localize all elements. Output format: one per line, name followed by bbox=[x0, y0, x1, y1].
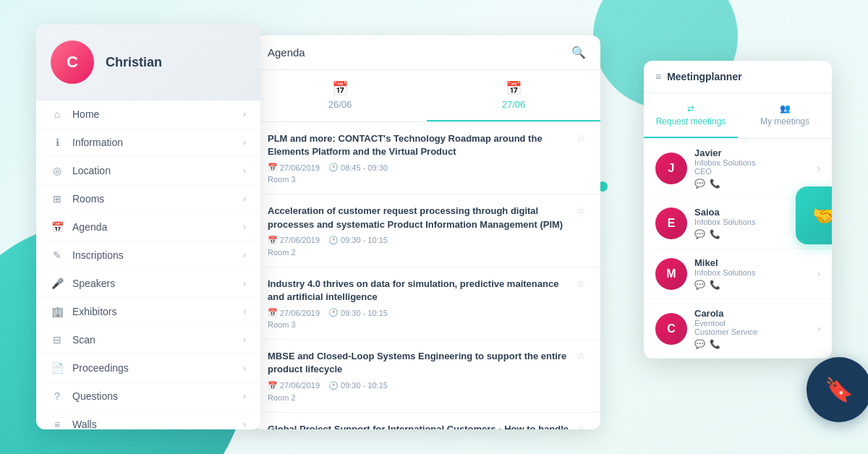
person-role: Customer Service bbox=[694, 327, 757, 336]
star-icon[interactable]: ☆ bbox=[576, 350, 586, 361]
speakers-label: Speakers bbox=[72, 278, 115, 289]
phone-icon: 📞 bbox=[710, 339, 720, 349]
chevron-right-icon: › bbox=[243, 194, 246, 204]
sidebar-item-information[interactable]: ℹ Information › bbox=[36, 129, 260, 157]
agenda-time: 🕐 09:30 - 10:15 bbox=[328, 308, 388, 317]
calendar-small-icon: 📅 bbox=[268, 308, 278, 317]
inscriptions-label: Inscriptions bbox=[72, 249, 124, 261]
agenda-tab-26/06[interactable]: 📅 26/06 bbox=[253, 70, 427, 121]
agenda-icon: 📅 bbox=[51, 221, 64, 233]
person-company: Infobox Solutions bbox=[694, 218, 755, 226]
person-info: Carola Eventool Customer Service 💬 📞 bbox=[694, 308, 757, 349]
agenda-time: 🕐 09:30 - 10:15 bbox=[328, 236, 388, 245]
tab-label: 27/06 bbox=[502, 99, 526, 110]
calendar-small-icon: 📅 bbox=[268, 163, 278, 172]
clock-icon: 🕐 bbox=[328, 163, 339, 172]
walls-icon: ≡ bbox=[51, 419, 64, 429]
meeting-title: Meetingplanner bbox=[667, 71, 741, 82]
agenda-date: 📅 27/06/2019 bbox=[268, 163, 320, 172]
phone-icon: 📞 bbox=[710, 280, 720, 290]
clock-icon: 🕐 bbox=[328, 308, 339, 317]
meeting-tab-label: My meetings bbox=[760, 116, 809, 127]
main-wrapper: C Christian ⌂ Home › ℹ Information › ◎ L… bbox=[36, 25, 832, 429]
chevron-right-icon: › bbox=[243, 109, 246, 119]
meeting-header: ≡ Meetingplanner bbox=[644, 61, 832, 93]
agenda-tab-27/06[interactable]: 📅 27/06 bbox=[427, 70, 600, 121]
agenda-item[interactable]: PLM and more: CONTACT's Technology Roadm… bbox=[253, 122, 600, 194]
agenda-date: 📅 27/06/2019 bbox=[268, 381, 320, 390]
person-avatar: M bbox=[655, 258, 687, 290]
exhibitors-icon: 🏢 bbox=[51, 306, 64, 317]
agenda-item-title: Industry 4.0 thrives on data for simulat… bbox=[268, 278, 571, 304]
chevron-right-icon: › bbox=[243, 222, 246, 232]
person-name: Saioa bbox=[694, 207, 755, 218]
sidebar-header: C Christian bbox=[36, 25, 260, 100]
chevron-right-icon: › bbox=[243, 166, 246, 176]
calendar-icon: 📅 bbox=[332, 80, 348, 96]
scan-label: Scan bbox=[72, 334, 95, 346]
chevron-right-icon: › bbox=[243, 363, 246, 373]
person-avatar: J bbox=[655, 153, 687, 184]
sidebar-item-agenda[interactable]: 📅 Agenda › bbox=[36, 213, 260, 241]
meeting-planner-panel: ≡ Meetingplanner ⇄ Request meetings 👥 My… bbox=[644, 61, 832, 359]
information-icon: ℹ bbox=[51, 137, 64, 148]
inscriptions-icon: ✎ bbox=[51, 249, 64, 261]
sidebar: C Christian ⌂ Home › ℹ Information › ◎ L… bbox=[36, 25, 260, 429]
agenda-tab-bar: 📅 26/06 📅 27/06 bbox=[253, 70, 600, 122]
star-icon[interactable]: ☆ bbox=[576, 278, 586, 289]
sidebar-item-speakers[interactable]: 🎤 Speakers › bbox=[36, 270, 260, 298]
sidebar-item-proceedings[interactable]: 📄 Proceedings › bbox=[36, 354, 260, 382]
chevron-right-icon: › bbox=[243, 391, 246, 401]
agenda-item-title: Acceleration of customer request process… bbox=[268, 205, 571, 231]
sidebar-item-rooms[interactable]: ⊞ Rooms › bbox=[36, 185, 260, 213]
person-info: Saioa Infobox Solutions 💬 📞 bbox=[694, 207, 755, 239]
sidebar-item-scan[interactable]: ⊟ Scan › bbox=[36, 326, 260, 354]
information-label: Information bbox=[72, 137, 123, 148]
clock-icon: 🕐 bbox=[328, 381, 339, 390]
phone-icon: 📞 bbox=[710, 179, 720, 189]
clock-icon: 🕐 bbox=[328, 236, 339, 245]
sidebar-item-inscriptions[interactable]: ✎ Inscriptions › bbox=[36, 241, 260, 270]
person-name: Javier bbox=[694, 147, 755, 158]
person-name: Mikel bbox=[694, 257, 755, 268]
meeting-tab-request-meetings[interactable]: ⇄ Request meetings bbox=[644, 93, 738, 138]
location-label: Location bbox=[72, 165, 111, 176]
tab-label: 26/06 bbox=[328, 99, 352, 110]
star-icon[interactable]: ☆ bbox=[576, 423, 586, 430]
sidebar-item-exhibitors[interactable]: 🏢 Exhibitors › bbox=[36, 298, 260, 326]
person-company: Infobox Solutions bbox=[694, 268, 755, 277]
agenda-date: 📅 27/06/2019 bbox=[268, 308, 320, 317]
agenda-item[interactable]: Acceleration of customer request process… bbox=[253, 194, 600, 267]
agenda-item[interactable]: Industry 4.0 thrives on data for simulat… bbox=[253, 267, 600, 340]
star-icon[interactable]: ☆ bbox=[576, 205, 586, 216]
sidebar-item-home[interactable]: ⌂ Home › bbox=[36, 100, 260, 129]
sidebar-item-location[interactable]: ◎ Location › bbox=[36, 157, 260, 185]
calendar-small-icon: 📅 bbox=[268, 236, 278, 245]
sidebar-item-walls[interactable]: ≡ Walls › bbox=[36, 411, 260, 429]
sidebar-nav: ⌂ Home › ℹ Information › ◎ Location › ⊞ … bbox=[36, 100, 260, 429]
meeting-tab-my-meetings[interactable]: 👥 My meetings bbox=[738, 93, 832, 138]
bookmark-icon: 🔖 bbox=[807, 357, 868, 422]
agenda-item-title: Global Project Support for International… bbox=[268, 423, 571, 430]
walls-label: Walls bbox=[72, 419, 97, 429]
chevron-right-icon: › bbox=[243, 137, 246, 147]
agenda-panel: Agenda 🔍 📅 26/06 📅 27/06 PLM and more: C… bbox=[253, 35, 600, 429]
sidebar-item-questions[interactable]: ? Questions › bbox=[36, 382, 260, 411]
panel-title: Agenda bbox=[268, 46, 305, 59]
user-avatar: C bbox=[51, 40, 94, 84]
agenda-item[interactable]: Global Project Support for International… bbox=[253, 413, 600, 430]
chat-icon: 💬 bbox=[694, 339, 705, 349]
person-role: CEO bbox=[694, 167, 755, 176]
questions-label: Questions bbox=[72, 390, 118, 402]
person-info: Mikel Infobox Solutions 💬 📞 bbox=[694, 257, 755, 290]
star-icon[interactable]: ☆ bbox=[576, 132, 586, 144]
chevron-right-icon: › bbox=[243, 335, 246, 345]
meeting-person[interactable]: C Carola Eventool Customer Service 💬 📞 › bbox=[644, 299, 832, 359]
meeting-person[interactable]: M Mikel Infobox Solutions 💬 📞 › bbox=[644, 249, 832, 299]
search-icon[interactable]: 🔍 bbox=[571, 46, 586, 59]
chevron-right-icon: › bbox=[817, 269, 820, 279]
home-label: Home bbox=[72, 108, 99, 120]
agenda-time: 🕐 09:30 - 10:15 bbox=[328, 381, 388, 390]
chevron-right-icon: › bbox=[817, 324, 820, 334]
agenda-item[interactable]: MBSE and Closed-Loop Systems Engineering… bbox=[253, 340, 600, 412]
